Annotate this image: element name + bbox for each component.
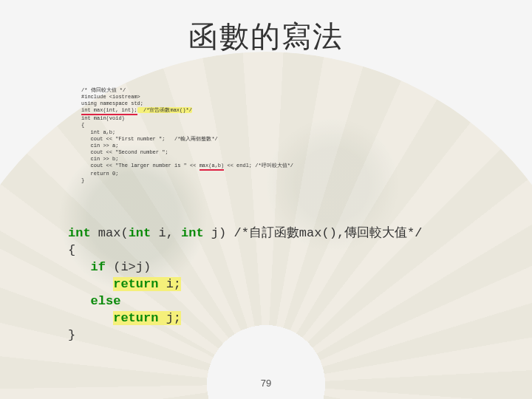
code-line-part: cout << "The larger number is " << <box>81 163 200 168</box>
code-line: int a,b; <box>81 129 115 135</box>
code-line: return 0; <box>81 171 118 177</box>
code-text-highlight: i; <box>158 277 181 291</box>
code-indent <box>68 277 113 291</box>
keyword-int: int <box>181 226 204 240</box>
code-line: } <box>81 177 84 183</box>
code-text: (i>j) <box>106 260 151 274</box>
code-text-highlight: j; <box>158 311 181 325</box>
keyword-if: if <box>91 260 106 274</box>
code-line: int main(void) <box>81 115 125 121</box>
code-line: cout << "First number "; /*輸入兩個整數*/ <box>81 136 218 142</box>
code-line: { <box>68 243 75 257</box>
code-comment: /*自訂函數max(),傳回較大值*/ <box>233 226 422 240</box>
code-comment-highlight: /*宣告函數max()*/ <box>137 107 192 113</box>
keyword-return-highlight: return <box>113 311 158 325</box>
code-block-large: int max(int i, int j) /*自訂函數max(),傳回較大值*… <box>68 225 423 344</box>
code-line: cin >> b; <box>81 156 118 162</box>
keyword-else: else <box>91 294 121 308</box>
code-line-part: << endl; /*呼叫較大值*/ <box>224 163 293 168</box>
code-line: cin >> a; <box>81 143 118 149</box>
code-line: using namespace std; <box>81 100 143 106</box>
code-text: i, <box>151 226 181 240</box>
page-number: 79 <box>0 378 532 389</box>
code-text: max( <box>91 226 129 240</box>
keyword-return-highlight: return <box>113 277 158 291</box>
code-block-small: /* 傳回較大值 */ #include <iostream> using na… <box>81 87 466 184</box>
keyword-int: int <box>129 226 151 240</box>
code-indent <box>68 294 91 308</box>
code-declaration-highlight: int max(int, int); <box>81 107 137 115</box>
page-title: 函數的寫法 <box>0 16 532 57</box>
code-line: /* 傳回較大值 */ <box>81 87 126 93</box>
code-line: cout << "Second number "; <box>81 149 168 155</box>
code-line: { <box>81 122 84 128</box>
code-text: j) <box>204 226 234 240</box>
keyword-int: int <box>68 226 91 240</box>
code-line: } <box>68 328 75 342</box>
code-call-highlight: max(a,b) <box>200 163 225 171</box>
code-indent <box>68 260 91 274</box>
code-line: #include <iostream> <box>81 94 140 100</box>
code-indent <box>68 311 113 325</box>
